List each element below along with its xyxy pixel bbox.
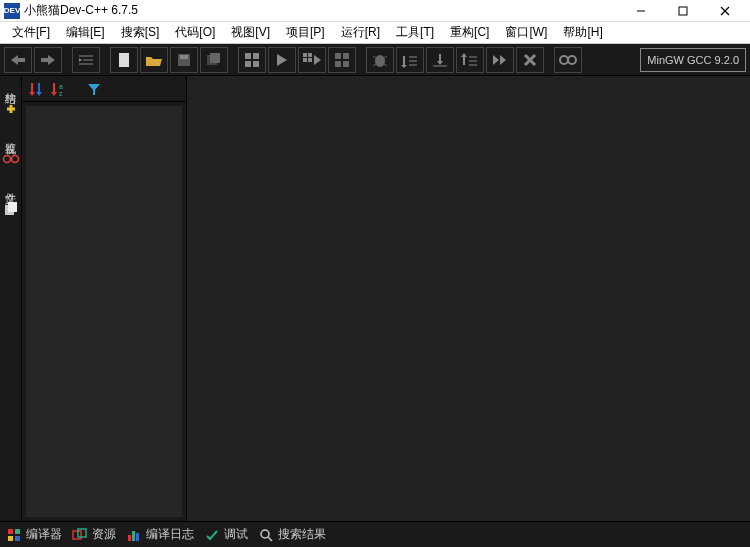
svg-rect-6 — [41, 58, 48, 62]
title-bar: DEV 小熊猫Dev-C++ 6.7.5 — [0, 0, 750, 22]
forward-button[interactable] — [34, 47, 62, 73]
svg-marker-43 — [437, 61, 443, 65]
svg-marker-4 — [11, 55, 18, 65]
svg-rect-24 — [308, 53, 312, 57]
svg-rect-26 — [308, 58, 312, 62]
gutter-tab-files[interactable]: 文件 — [1, 180, 20, 188]
svg-rect-74 — [15, 536, 20, 541]
menu-code[interactable]: 代码[O] — [169, 22, 221, 43]
svg-rect-61 — [8, 202, 17, 212]
svg-marker-70 — [88, 84, 100, 95]
sort-alpha-icon[interactable]: az — [50, 81, 66, 97]
step-out-button[interactable] — [456, 47, 484, 73]
bottom-tab-log-label: 编译日志 — [146, 526, 194, 543]
save-button[interactable] — [170, 47, 198, 73]
check-icon — [204, 527, 220, 543]
menu-view[interactable]: 视图[V] — [225, 22, 276, 43]
menu-edit[interactable]: 编辑[E] — [60, 22, 111, 43]
svg-point-58 — [3, 156, 10, 163]
watch-button[interactable] — [554, 47, 582, 73]
svg-point-59 — [11, 156, 18, 163]
svg-marker-65 — [36, 92, 42, 96]
svg-rect-31 — [343, 61, 349, 67]
svg-rect-5 — [18, 58, 25, 62]
svg-marker-67 — [51, 92, 57, 96]
filter-icon[interactable] — [86, 81, 102, 97]
resources-icon — [72, 527, 88, 543]
main-toolbar: MinGW GCC 9.2.0 — [0, 44, 750, 76]
step-into-button[interactable] — [426, 47, 454, 73]
svg-line-35 — [373, 64, 376, 66]
bottom-tab-search-label: 搜索结果 — [278, 526, 326, 543]
menu-file[interactable]: 文件[F] — [6, 22, 56, 43]
left-gutter: 结构 监视 文件 — [0, 76, 22, 521]
bottom-tab-log[interactable]: 编译日志 — [126, 526, 194, 543]
compiler-profile-select[interactable]: MinGW GCC 9.2.0 — [640, 48, 746, 72]
menu-help[interactable]: 帮助[H] — [557, 22, 608, 43]
svg-rect-15 — [180, 55, 188, 59]
rebuild-button[interactable] — [328, 47, 356, 73]
svg-marker-63 — [29, 92, 35, 96]
svg-point-54 — [560, 56, 568, 64]
svg-rect-30 — [335, 61, 341, 67]
compile-run-button[interactable] — [298, 47, 326, 73]
bottom-tab-debug[interactable]: 调试 — [204, 526, 248, 543]
bottom-tab-search[interactable]: 搜索结果 — [258, 526, 326, 543]
new-file-button[interactable] — [110, 47, 138, 73]
bottom-tab-compiler-label: 编译器 — [26, 526, 62, 543]
open-file-button[interactable] — [140, 47, 168, 73]
svg-rect-77 — [128, 535, 131, 541]
menu-bar: 文件[F] 编辑[E] 搜索[S] 代码[O] 视图[V] 项目[P] 运行[R… — [0, 22, 750, 44]
svg-rect-21 — [253, 61, 259, 67]
svg-marker-7 — [48, 55, 55, 65]
files-icon[interactable] — [2, 200, 20, 218]
back-button[interactable] — [4, 47, 32, 73]
svg-rect-72 — [15, 529, 20, 534]
svg-line-81 — [268, 537, 272, 541]
svg-rect-71 — [8, 529, 13, 534]
bars-icon — [126, 527, 142, 543]
svg-marker-13 — [146, 57, 162, 66]
menu-refactor[interactable]: 重构[C] — [444, 22, 495, 43]
bottom-tab-compiler[interactable]: 编译器 — [6, 526, 62, 543]
gutter-tab-watch[interactable]: 监视 — [1, 130, 20, 138]
svg-marker-11 — [79, 58, 82, 62]
maximize-button[interactable] — [662, 0, 704, 22]
svg-rect-78 — [132, 531, 135, 541]
svg-rect-18 — [245, 53, 251, 59]
add-class-icon[interactable] — [2, 100, 20, 118]
minimize-button[interactable] — [620, 0, 662, 22]
debug-button[interactable] — [366, 47, 394, 73]
bottom-tab-resources[interactable]: 资源 — [72, 526, 116, 543]
svg-rect-73 — [8, 536, 13, 541]
menu-search[interactable]: 搜索[S] — [115, 22, 166, 43]
menu-run[interactable]: 运行[R] — [335, 22, 386, 43]
svg-marker-51 — [500, 55, 506, 65]
menu-window[interactable]: 窗口[W] — [499, 22, 553, 43]
svg-marker-50 — [493, 55, 499, 65]
svg-marker-46 — [461, 53, 467, 57]
save-all-button[interactable] — [200, 47, 228, 73]
watch-glasses-icon[interactable] — [2, 150, 20, 168]
svg-rect-28 — [335, 53, 341, 59]
compile-button[interactable] — [238, 47, 266, 73]
stop-button[interactable] — [516, 47, 544, 73]
continue-button[interactable] — [486, 47, 514, 73]
editor-area[interactable] — [187, 76, 750, 521]
svg-marker-27 — [314, 55, 321, 65]
bottom-tab-resources-label: 资源 — [92, 526, 116, 543]
menu-tools[interactable]: 工具[T] — [390, 22, 440, 43]
window-title: 小熊猫Dev-C++ 6.7.5 — [24, 2, 138, 19]
side-panel: az — [22, 76, 187, 521]
step-over-button[interactable] — [396, 47, 424, 73]
gutter-tab-structure[interactable]: 结构 — [1, 80, 20, 88]
indent-button[interactable] — [72, 47, 100, 73]
main-area: 结构 监视 文件 az — [0, 76, 750, 521]
run-button[interactable] — [268, 47, 296, 73]
sort-inherit-icon[interactable] — [28, 81, 44, 97]
svg-point-55 — [568, 56, 576, 64]
svg-text:z: z — [59, 90, 63, 97]
close-button[interactable] — [704, 0, 746, 22]
menu-project[interactable]: 项目[P] — [280, 22, 331, 43]
bottom-bar: 编译器 资源 编译日志 调试 搜索结果 — [0, 521, 750, 547]
